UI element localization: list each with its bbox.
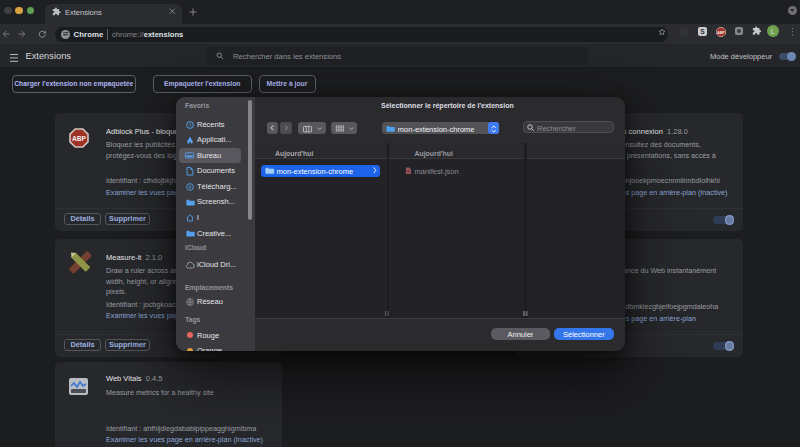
svg-text:ABP: ABP: [72, 134, 87, 141]
svg-text:ABP: ABP: [717, 30, 725, 34]
